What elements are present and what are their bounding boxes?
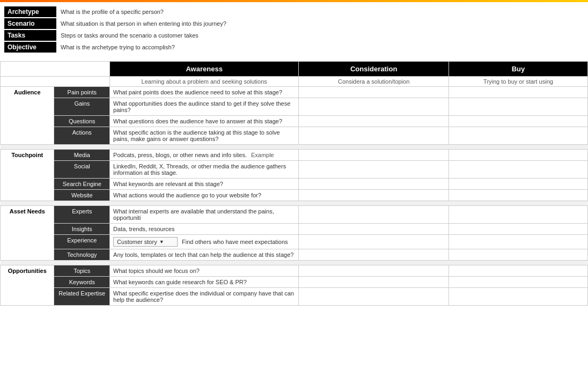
touchpoint-media-row: Touchpoint Media Podcats, press, blogs, … — [1, 150, 588, 161]
search-engine-consideration[interactable] — [299, 179, 449, 190]
subheader-buy: Trying to buy or start using — [449, 77, 588, 87]
touchpoint-social-row: Social LinkedIn, Reddit, X, Threads, or … — [1, 161, 588, 179]
separator-3 — [1, 261, 588, 265]
questions-label: Questions — [54, 116, 110, 127]
gains-buy[interactable] — [449, 98, 588, 116]
technology-awareness[interactable]: Any tools, templates or tech that can he… — [110, 249, 299, 261]
separator-2 — [1, 201, 588, 206]
col-header-consideration: Consideration — [299, 62, 449, 77]
experience-consideration[interactable] — [299, 235, 449, 249]
social-label: Social — [54, 161, 110, 179]
gains-consideration[interactable] — [299, 98, 449, 116]
separator-1 — [1, 145, 588, 150]
search-engine-label: Search Engine — [54, 179, 110, 190]
technology-buy[interactable] — [449, 249, 588, 261]
actions-awareness[interactable]: What specific action is the audience tak… — [110, 127, 299, 145]
subheader-awareness: Learning about a problem and seeking sol… — [110, 77, 299, 87]
media-awareness-text: Podcats, press, blogs, or other news and… — [113, 152, 247, 158]
column-header-row: Awareness Consideration Buy — [1, 62, 588, 77]
legend-label-tasks: Tasks — [4, 30, 56, 41]
legend-row-archetype: Archetype What is the profile of a speci… — [4, 6, 584, 17]
media-label: Media — [54, 150, 110, 161]
search-engine-awareness[interactable]: What keywords are relevant at this stage… — [110, 179, 299, 190]
media-awareness-example: Example — [251, 152, 274, 158]
related-expertise-consideration[interactable] — [299, 288, 449, 306]
gains-awareness[interactable]: What opportunities does the audince stan… — [110, 98, 299, 116]
col-header-awareness: Awareness — [110, 62, 299, 77]
subheader-row: Learning about a problem and seeking sol… — [1, 77, 588, 87]
experts-label: Experts — [54, 206, 110, 224]
actions-buy[interactable] — [449, 127, 588, 145]
asset-needs-section-label: Asset Needs — [1, 206, 54, 261]
experience-dropdown[interactable]: Customer story ▼ — [113, 237, 178, 247]
questions-awareness[interactable]: What questions does the audience have to… — [110, 116, 299, 127]
topics-consideration[interactable] — [299, 265, 449, 277]
media-buy[interactable] — [449, 150, 588, 161]
actions-consideration[interactable] — [299, 127, 449, 145]
touchpoint-website-row: Website What actions would the audience … — [1, 190, 588, 201]
legend-label-objective: Objective — [4, 42, 56, 53]
legend-row-tasks: Tasks Steps or tasks around the scenario… — [4, 30, 584, 41]
experience-awareness[interactable]: Customer story ▼ Find others who have me… — [110, 235, 299, 249]
legend-row-scenario: Scenario What situation is that person i… — [4, 18, 584, 29]
insights-label: Insights — [54, 224, 110, 235]
social-awareness[interactable]: LinkedIn, Reddit, X, Threads, or other m… — [110, 161, 299, 179]
related-expertise-awareness[interactable]: What specific expertise does the individ… — [110, 288, 299, 306]
keywords-awareness[interactable]: What keywords can guide research for SEO… — [110, 277, 299, 288]
pain-points-consideration[interactable] — [299, 87, 449, 98]
insights-consideration[interactable] — [299, 224, 449, 235]
technology-consideration[interactable] — [299, 249, 449, 261]
opportunities-section-label: Opportunities — [1, 265, 54, 306]
topics-label: Topics — [54, 265, 110, 277]
dropdown-arrow-icon: ▼ — [159, 239, 164, 245]
media-consideration[interactable] — [299, 150, 449, 161]
keywords-label: Keywords — [54, 277, 110, 288]
topics-buy[interactable] — [449, 265, 588, 277]
asset-technology-row: Technology Any tools, templates or tech … — [1, 249, 588, 261]
legend-section: Archetype What is the profile of a speci… — [0, 2, 588, 57]
legend-desc-scenario: What situation is that person in when en… — [56, 19, 231, 28]
media-awareness[interactable]: Podcats, press, blogs, or other news and… — [110, 150, 299, 161]
legend-row-objective: Objective What is the archetype trying t… — [4, 42, 584, 53]
touchpoint-section-label: Touchpoint — [1, 150, 54, 201]
opp-keywords-row: Keywords What keywords can guide researc… — [1, 277, 588, 288]
website-consideration[interactable] — [299, 190, 449, 201]
questions-consideration[interactable] — [299, 116, 449, 127]
questions-buy[interactable] — [449, 116, 588, 127]
asset-experts-row: Asset Needs Experts What internal expert… — [1, 206, 588, 224]
website-buy[interactable] — [449, 190, 588, 201]
legend-desc-tasks: Steps or tasks around the scenario a cus… — [56, 31, 203, 40]
related-expertise-buy[interactable] — [449, 288, 588, 306]
audience-gains-row: Gains What opportunities does the audinc… — [1, 98, 588, 116]
asset-experience-row: Experience Customer story ▼ Find others … — [1, 235, 588, 249]
audience-pain-points-row: Audience Pain points What paint points d… — [1, 87, 588, 98]
website-awareness[interactable]: What actions would the audience go to yo… — [110, 190, 299, 201]
pain-points-buy[interactable] — [449, 87, 588, 98]
audience-questions-row: Questions What questions does the audien… — [1, 116, 588, 127]
actions-label: Actions — [54, 127, 110, 145]
keywords-consideration[interactable] — [299, 277, 449, 288]
experts-awareness[interactable]: What internal experts are available that… — [110, 206, 299, 224]
website-label: Website — [54, 190, 110, 201]
dropdown-value: Customer story — [117, 239, 157, 245]
experience-label: Experience — [54, 235, 110, 249]
technology-label: Technology — [54, 249, 110, 261]
topics-awareness[interactable]: What topics should we focus on? — [110, 265, 299, 277]
experts-buy[interactable] — [449, 206, 588, 224]
opp-topics-row: Opportunities Topics What topics should … — [1, 265, 588, 277]
insights-awareness[interactable]: Data, trends, resources — [110, 224, 299, 235]
social-consideration[interactable] — [299, 161, 449, 179]
experience-buy[interactable] — [449, 235, 588, 249]
insights-buy[interactable] — [449, 224, 588, 235]
opp-related-expertise-row: Related Expertise What specific expertis… — [1, 288, 588, 306]
related-expertise-label: Related Expertise — [54, 288, 110, 306]
keywords-buy[interactable] — [449, 277, 588, 288]
legend-label-scenario: Scenario — [4, 18, 56, 29]
search-engine-buy[interactable] — [449, 179, 588, 190]
social-buy[interactable] — [449, 161, 588, 179]
gains-label: Gains — [54, 98, 110, 116]
legend-desc-archetype: What is the profile of a specific person… — [56, 8, 168, 16]
pain-points-awareness[interactable]: What paint points does the audience need… — [110, 87, 299, 98]
audience-actions-row: Actions What specific action is the audi… — [1, 127, 588, 145]
experts-consideration[interactable] — [299, 206, 449, 224]
